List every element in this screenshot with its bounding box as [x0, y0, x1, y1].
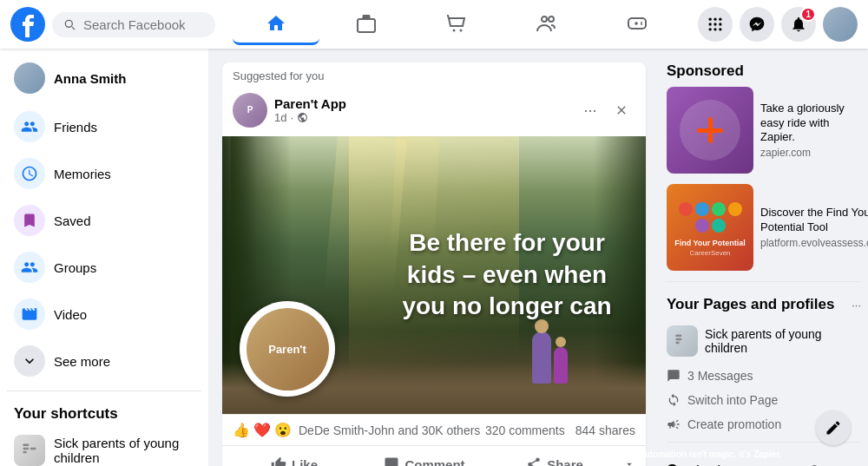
sidebar-user[interactable]: Anna Smith [7, 56, 201, 101]
comments-count[interactable]: 320 comments [485, 423, 565, 437]
sidebar-item-saved[interactable]: Saved [7, 198, 201, 243]
pages-action-messages[interactable]: 3 Messages [667, 365, 861, 386]
contacts-search-button[interactable] [802, 456, 830, 466]
megaphone-icon [667, 417, 681, 431]
tab-groups[interactable] [503, 3, 590, 45]
facebook-logo[interactable] [10, 7, 45, 42]
page-sick-parents-icon [667, 325, 698, 357]
post-author-avatar: P [233, 93, 267, 128]
messenger-icon [748, 16, 766, 33]
post-close-button[interactable] [608, 96, 635, 124]
search-icon [62, 17, 76, 31]
home-icon [266, 13, 286, 34]
reactions-left: 👍 ❤️ 😮 DeDe Smith-John and 30K others [233, 422, 480, 438]
post-image: Be there for your kids – even when you n… [222, 136, 646, 414]
user-avatar-button[interactable] [823, 7, 858, 42]
comment-button[interactable]: Comment [359, 450, 490, 466]
svg-point-14 [713, 28, 716, 30]
post-actions-top: ··· [576, 96, 635, 124]
shortcut-sick-parents[interactable]: Sick parents of young children [7, 430, 201, 466]
comment-icon [384, 456, 399, 466]
post-buttons: Like Comment Share [222, 445, 646, 466]
page-sick-parents-name: Sick parents of young children [705, 327, 861, 355]
nav-right: 1 [687, 7, 868, 42]
ad-zapier[interactable]: Automation isn't magic, it's Zapier. Tak… [667, 87, 861, 174]
pages-action-messages-label: 3 Messages [687, 369, 753, 383]
compose-button[interactable] [816, 410, 851, 445]
post-meta: 1d · [274, 111, 576, 124]
share-button[interactable]: Share [490, 450, 620, 466]
search-bar[interactable] [52, 12, 215, 37]
heart-emoji: ❤️ [253, 422, 271, 438]
message-icon [667, 369, 681, 383]
sidebar-item-groups[interactable]: Groups [7, 245, 201, 290]
suggested-label: Suggested for you [222, 62, 646, 82]
svg-point-8 [713, 18, 716, 21]
svg-point-7 [709, 18, 712, 21]
svg-rect-23 [708, 117, 713, 143]
apps-button[interactable] [698, 7, 733, 42]
tab-home[interactable] [233, 3, 319, 45]
like-label: Like [292, 457, 318, 467]
svg-point-11 [713, 23, 716, 25]
user-name: Anna Smith [54, 71, 126, 86]
groups-icon [14, 252, 45, 283]
see-more-label: See more [54, 354, 110, 369]
feed-center: Suggested for you P Paren't App 1d · ··· [208, 49, 660, 466]
svg-point-13 [709, 28, 712, 30]
video-label: Video [54, 307, 87, 322]
ad-zapier-domain: zapier.com [760, 147, 861, 159]
sidebar-item-memories[interactable]: Memories [7, 151, 201, 196]
shortcut-label-sick-parents: Sick parents of young children [54, 436, 194, 465]
shortcuts-title: Your shortcuts [7, 398, 201, 430]
sidebar-item-friends[interactable]: Friends [7, 104, 201, 149]
svg-rect-25 [676, 338, 682, 341]
sidebar-item-see-more[interactable]: See more [7, 338, 201, 384]
like-button[interactable]: Like [229, 450, 359, 466]
pages-title: Your Pages and profiles [667, 296, 834, 313]
notifications-button[interactable]: 1 [781, 7, 816, 42]
reactions-right: 320 comments 844 shares [485, 423, 635, 437]
saved-icon [14, 205, 45, 236]
tab-watch[interactable] [323, 3, 410, 45]
shares-count[interactable]: 844 shares [575, 423, 635, 437]
svg-rect-19 [30, 448, 36, 450]
tab-gaming[interactable] [594, 3, 681, 45]
svg-point-10 [709, 23, 712, 25]
ad-evolve[interactable]: Find Your Potential CareerSeven Discover… [667, 184, 861, 271]
sidebar-left: Anna Smith Friends Memories Saved Groups [0, 49, 208, 466]
pages-more-button[interactable]: ··· [852, 299, 861, 312]
ad-zapier-image: Automation isn't magic, it's Zapier. [667, 87, 753, 174]
see-more-icon [14, 345, 45, 377]
page-sick-parents[interactable]: Sick parents of young children [667, 320, 861, 362]
watch-icon [356, 13, 377, 34]
svg-point-4 [542, 16, 547, 22]
tab-marketplace[interactable] [413, 3, 500, 45]
sidebar-item-video[interactable]: Video [7, 292, 201, 337]
ad-evolve-image: Find Your Potential CareerSeven [667, 184, 753, 271]
sponsored-title: Sponsored [667, 62, 744, 80]
search-input[interactable] [83, 17, 205, 32]
svg-rect-17 [23, 448, 30, 450]
svg-point-5 [549, 16, 554, 22]
post-image-text: Be there for your kids – even when you n… [394, 227, 620, 322]
pages-header: Your Pages and profiles ··· [667, 296, 861, 313]
pencil-icon [825, 419, 842, 436]
thumbs-up-icon [271, 456, 286, 466]
messenger-button[interactable] [740, 7, 774, 42]
shortcut-icon-sick-parents [14, 435, 45, 466]
pages-action-switch[interactable]: Switch into Page [667, 390, 861, 410]
contacts-more-button[interactable]: ··· [833, 456, 861, 466]
divider-1 [7, 391, 201, 391]
svg-point-15 [719, 28, 721, 30]
post-avatar-text: P [247, 105, 253, 115]
post-more-button[interactable]: ··· [576, 96, 604, 124]
nav-left [0, 7, 226, 42]
nav-center [226, 3, 687, 45]
svg-rect-18 [23, 451, 27, 454]
post-logo-text: Paren't [268, 343, 306, 356]
sponsored-header: Sponsored [667, 62, 861, 80]
post-card: Suggested for you P Paren't App 1d · ··· [222, 62, 646, 466]
top-navigation: 1 [0, 0, 868, 49]
memories-icon [14, 158, 45, 189]
